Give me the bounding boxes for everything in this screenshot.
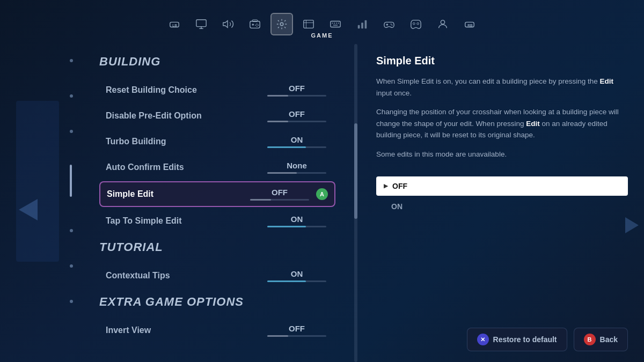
sidebar-dot — [70, 130, 73, 133]
setting-reset-building-choice[interactable]: Reset Building Choice OFF — [99, 78, 335, 102]
info-paragraph-1: When Simple Edit is on, you can edit a b… — [376, 76, 628, 99]
setting-name-simple-edit: Simple Edit — [107, 189, 153, 199]
svg-rect-18 — [331, 21, 340, 27]
slider-tap-simple — [267, 226, 326, 227]
slider-fill-simple-edit — [250, 199, 271, 201]
nav-audio[interactable] — [217, 13, 239, 35]
setting-value-auto-confirm: None — [265, 161, 329, 174]
svg-rect-2 — [196, 20, 206, 27]
sidebar-dot — [70, 264, 73, 268]
setting-value-text-turbo: ON — [291, 135, 303, 144]
setting-tap-to-simple-edit[interactable]: Tap To Simple Edit ON — [99, 209, 335, 233]
svg-marker-5 — [223, 21, 228, 28]
info-panel: Simple Edit When Simple Edit is on, you … — [360, 44, 644, 362]
setting-name-reset: Reset Building Choice — [106, 85, 197, 95]
settings-panel: BUILDING Reset Building Choice OFF Disab… — [83, 44, 352, 362]
scroll-divider — [354, 44, 357, 362]
svg-point-13 — [257, 26, 258, 27]
dropdown-arrow: ▶ — [384, 183, 388, 189]
setting-value-turbo: ON — [265, 135, 329, 148]
setting-name-tap-simple: Tap To Simple Edit — [106, 216, 182, 226]
info-panel-title: Simple Edit — [376, 55, 628, 67]
active-row-right: OFF A — [247, 188, 328, 201]
dropdown-label-off: OFF — [392, 182, 407, 190]
back-label: Back — [600, 335, 618, 344]
setting-turbo-building[interactable]: Turbo Building ON — [99, 130, 335, 153]
svg-point-30 — [392, 25, 393, 26]
svg-rect-25 — [361, 23, 363, 28]
sidebar-dot — [70, 59, 73, 62]
slider-fill-auto-confirm — [267, 172, 297, 174]
b-button-badge: B — [584, 334, 596, 345]
slider-fill-tap-simple — [267, 226, 306, 227]
setting-value-contextual: ON — [265, 269, 329, 282]
svg-rect-26 — [365, 20, 367, 29]
setting-auto-confirm[interactable]: Auto Confirm Edits None — [99, 156, 335, 179]
setting-name-pre-edit: Disable Pre-Edit Option — [106, 111, 202, 121]
setting-value-invert: OFF — [265, 324, 329, 337]
sidebar-active-bar — [70, 165, 72, 197]
active-nav-label: GAME — [311, 32, 333, 39]
setting-value-reset: OFF — [265, 84, 329, 97]
nav-gamepad2[interactable] — [405, 13, 427, 35]
slider-fill-invert — [267, 335, 288, 337]
svg-point-14 — [280, 23, 283, 26]
nav-gamepad[interactable] — [378, 13, 400, 35]
dropdown-option-on[interactable]: ON — [376, 197, 628, 216]
svg-point-33 — [441, 20, 444, 24]
nav-game[interactable] — [270, 13, 293, 35]
nav-input[interactable] — [244, 13, 266, 35]
slider-invert — [267, 335, 326, 337]
nav-profile[interactable] — [431, 13, 454, 35]
bottom-buttons: ✕ Restore to default B Back — [467, 328, 628, 351]
svg-point-29 — [391, 24, 392, 25]
setting-value-text-tap-simple: ON — [291, 215, 303, 224]
x-button-badge: ✕ — [477, 334, 489, 345]
svg-point-10 — [257, 24, 258, 25]
slider-turbo — [267, 146, 326, 148]
dropdown-label-on: ON — [391, 202, 402, 211]
a-button-badge: A — [316, 188, 328, 200]
info-paragraph-3: Some edits in this mode are unavailable. — [376, 149, 628, 160]
slider-pre-edit — [267, 121, 326, 122]
setting-name-invert: Invert View — [106, 326, 151, 335]
dropdown-option-off[interactable]: ▶ OFF — [376, 176, 628, 196]
nav-lb[interactable]: LB — [163, 13, 186, 35]
setting-contextual-tips[interactable]: Contextual Tips ON — [99, 264, 335, 287]
nav-rb[interactable]: RB — [458, 13, 481, 35]
top-navigation: LB RB GAME — [0, 0, 644, 43]
slider-reset — [267, 95, 326, 97]
svg-point-12 — [255, 25, 256, 26]
slider-fill-reset — [267, 95, 288, 97]
setting-value-simple-edit: OFF — [247, 188, 312, 201]
nav-monitor[interactable] — [190, 13, 213, 35]
decorative-triangle-left — [19, 199, 38, 220]
setting-value-text-contextual: ON — [291, 269, 303, 278]
setting-invert-view[interactable]: Invert View OFF — [99, 319, 335, 342]
svg-text:RB: RB — [467, 24, 473, 27]
slider-fill-contextual — [267, 280, 306, 282]
setting-value-text-reset: OFF — [289, 84, 305, 93]
setting-value-text-simple-edit: OFF — [272, 188, 288, 197]
setting-value-tap-simple: ON — [265, 215, 329, 227]
svg-rect-15 — [304, 20, 313, 28]
setting-value-text-pre-edit: OFF — [289, 109, 305, 119]
back-button[interactable]: B Back — [574, 328, 628, 351]
setting-value-pre-edit: OFF — [265, 109, 329, 122]
building-section-title: BUILDING — [99, 55, 335, 69]
setting-disable-pre-edit[interactable]: Disable Pre-Edit Option OFF — [99, 104, 335, 128]
svg-rect-24 — [358, 25, 360, 28]
setting-value-text-invert: OFF — [289, 324, 305, 333]
nav-stats[interactable] — [351, 13, 374, 35]
sidebar-dot — [70, 300, 73, 303]
setting-simple-edit[interactable]: Simple Edit OFF A — [99, 181, 335, 207]
dropdown-container: ▶ OFF ON — [376, 176, 628, 216]
slider-auto-confirm — [267, 172, 326, 174]
sidebar-dots — [70, 0, 73, 362]
slider-fill-pre-edit — [267, 121, 288, 122]
restore-default-button[interactable]: ✕ Restore to default — [467, 328, 567, 351]
slider-simple-edit — [250, 199, 309, 201]
main-layout: BUILDING Reset Building Choice OFF Disab… — [83, 44, 644, 362]
slider-fill-turbo — [267, 146, 306, 148]
svg-point-32 — [417, 23, 419, 25]
